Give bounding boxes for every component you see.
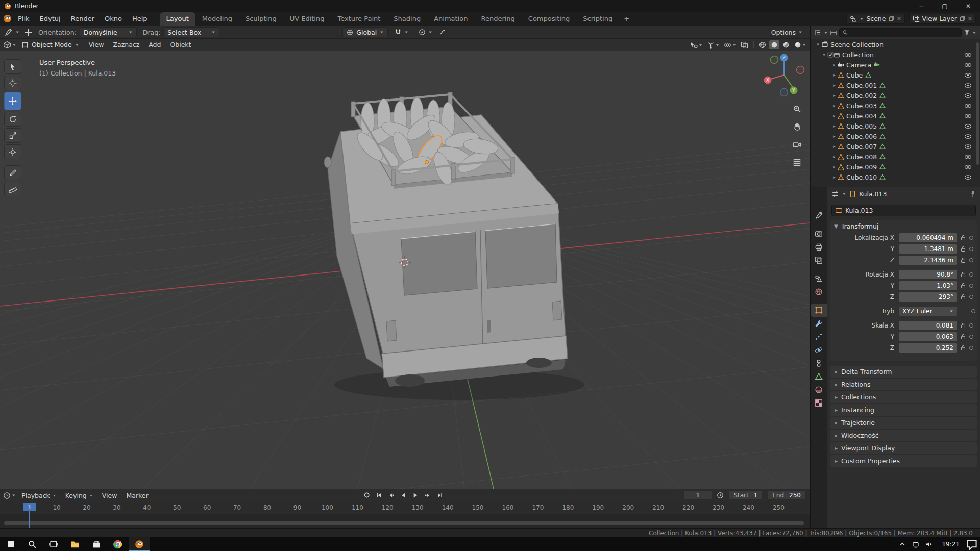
- new-view-layer-icon[interactable]: [960, 16, 965, 21]
- start-frame-field[interactable]: Start 1: [728, 490, 763, 500]
- viewport-editor-icon[interactable]: [3, 41, 11, 49]
- display-mode-icon[interactable]: [830, 29, 837, 36]
- eye-icon[interactable]: [964, 122, 972, 130]
- xray-toggle[interactable]: [739, 40, 750, 50]
- tool-scale-button[interactable]: [4, 128, 21, 143]
- play-reverse-button[interactable]: [398, 490, 409, 500]
- properties-tab-texture[interactable]: [811, 396, 827, 410]
- outliner-row-cube-007[interactable]: ▸Cube.007: [811, 141, 980, 152]
- value-field-z[interactable]: 2.1436 m: [899, 256, 957, 265]
- blender-menu-icon[interactable]: [3, 14, 12, 23]
- lock-open-icon[interactable]: [960, 246, 966, 252]
- properties-tab-output[interactable]: [811, 240, 827, 254]
- tool-select-box-button[interactable]: [4, 59, 21, 74]
- expander-icon[interactable]: ▸: [831, 154, 838, 159]
- value-field-y[interactable]: 1.03°: [899, 281, 957, 290]
- unlink-scene-icon[interactable]: [897, 16, 901, 21]
- workspace-tab-compositing[interactable]: Compositing: [522, 12, 577, 26]
- filter-icon[interactable]: [964, 29, 970, 36]
- transform-orientation-dropdown[interactable]: Global: [342, 27, 388, 37]
- taskbar-search-button[interactable]: [21, 537, 43, 551]
- outliner-row-collection[interactable]: ▾Collection: [811, 49, 980, 60]
- properties-tab-scene[interactable]: [811, 272, 827, 285]
- value-field-y[interactable]: 1.3481 m: [899, 244, 957, 254]
- tray-volume-icon[interactable]: [922, 537, 936, 551]
- expander-icon[interactable]: ▸: [831, 62, 838, 67]
- section-custom-properties[interactable]: ▸Custom Properties: [830, 455, 977, 467]
- object-name-field[interactable]: Kula.013: [831, 205, 976, 216]
- timeline-menu-view[interactable]: View: [97, 490, 122, 501]
- value-field-skala-x[interactable]: 0.081: [899, 321, 957, 330]
- outliner-row-cube-008[interactable]: ▸Cube.008: [811, 152, 980, 162]
- stopwatch-icon[interactable]: [717, 492, 724, 499]
- lock-open-icon[interactable]: [960, 334, 966, 340]
- section-delta-transform[interactable]: ▸Delta Transform: [830, 366, 977, 378]
- eye-icon[interactable]: [964, 61, 972, 69]
- animate-property-dot[interactable]: [969, 295, 973, 299]
- end-frame-field[interactable]: End 250: [767, 490, 806, 500]
- maximize-button[interactable]: ▢: [933, 0, 957, 12]
- eye-icon[interactable]: [964, 71, 972, 79]
- properties-tab-world[interactable]: [811, 285, 827, 298]
- timeline-editor-icon[interactable]: [3, 492, 11, 499]
- new-scene-icon[interactable]: [889, 16, 894, 21]
- close-button[interactable]: ✕: [957, 0, 980, 12]
- properties-tab-physics[interactable]: [811, 343, 827, 357]
- eye-icon[interactable]: [964, 92, 972, 99]
- eye-icon[interactable]: [964, 153, 972, 161]
- lock-open-icon[interactable]: [960, 271, 966, 278]
- expander-icon[interactable]: ▸: [831, 134, 838, 139]
- properties-tab-render[interactable]: [811, 227, 827, 240]
- timeline-menu-marker[interactable]: Marker: [121, 490, 153, 501]
- animate-property-dot[interactable]: [969, 258, 973, 262]
- tray-expand-icon[interactable]: [896, 537, 909, 551]
- outliner-row-cube-010[interactable]: ▸Cube.010: [811, 172, 980, 182]
- overlays-toggle[interactable]: [722, 40, 738, 50]
- timeline-scrollbar[interactable]: [4, 521, 804, 525]
- pin-icon[interactable]: [970, 191, 976, 197]
- menu-render[interactable]: Render: [66, 12, 100, 25]
- properties-editor-icon[interactable]: [831, 190, 839, 198]
- timeline-body[interactable]: [0, 514, 810, 528]
- add-workspace-button[interactable]: +: [619, 12, 634, 26]
- value-field-rotacja-x[interactable]: 90.8°: [899, 270, 957, 279]
- taskbar-chrome-button[interactable]: [107, 537, 129, 551]
- expander-icon[interactable]: ▸: [831, 83, 838, 88]
- workspace-tab-texture-paint[interactable]: Texture Paint: [331, 12, 387, 26]
- navigation-gizmo[interactable]: ZXY: [761, 52, 807, 98]
- zoom-button[interactable]: [790, 102, 803, 115]
- lock-open-icon[interactable]: [960, 257, 966, 263]
- workspace-tab-modeling[interactable]: Modeling: [195, 12, 239, 26]
- jump-first-button[interactable]: [373, 490, 385, 500]
- section-relations[interactable]: ▸Relations: [830, 379, 977, 390]
- drag-dropdown[interactable]: Select Box: [163, 27, 219, 37]
- animate-property-dot[interactable]: [969, 272, 973, 277]
- eye-icon[interactable]: [964, 143, 972, 151]
- tool-rotate-button[interactable]: [4, 112, 21, 127]
- dropdown-tryb[interactable]: XYZ Euler: [899, 307, 957, 316]
- animate-property-dot[interactable]: [969, 323, 973, 328]
- current-frame-field[interactable]: 1: [683, 490, 712, 500]
- shading-wireframe-button[interactable]: [757, 40, 768, 49]
- lock-open-icon[interactable]: [960, 345, 966, 351]
- tool-move-button[interactable]: [4, 92, 21, 110]
- section-widoczność[interactable]: ▸Widoczność: [830, 430, 977, 441]
- view-layer-selector[interactable]: View Layer: [909, 14, 976, 24]
- mode-dropdown[interactable]: Object Mode: [17, 40, 83, 49]
- eye-icon[interactable]: [964, 102, 972, 110]
- properties-tab-view-layer[interactable]: [811, 254, 827, 267]
- outliner-row-cube-006[interactable]: ▸Cube.006: [811, 131, 980, 141]
- tool-measure-button[interactable]: [4, 182, 21, 196]
- eye-icon[interactable]: [964, 51, 972, 59]
- orientation-dropdown[interactable]: Domyślnie: [80, 27, 137, 37]
- workspace-tab-animation[interactable]: Animation: [427, 12, 474, 26]
- outliner-row-camera[interactable]: ▸Camera: [811, 60, 980, 70]
- workspace-tab-layout[interactable]: Layout: [160, 12, 195, 26]
- properties-tab-object[interactable]: [811, 304, 827, 317]
- outliner-scrollbar[interactable]: [976, 42, 979, 165]
- eye-icon[interactable]: [964, 112, 972, 120]
- eye-icon[interactable]: [964, 82, 972, 89]
- menu-help[interactable]: Help: [127, 12, 153, 25]
- tool-settings-editor-icon[interactable]: [4, 28, 12, 36]
- expander-icon[interactable]: ▸: [831, 72, 838, 78]
